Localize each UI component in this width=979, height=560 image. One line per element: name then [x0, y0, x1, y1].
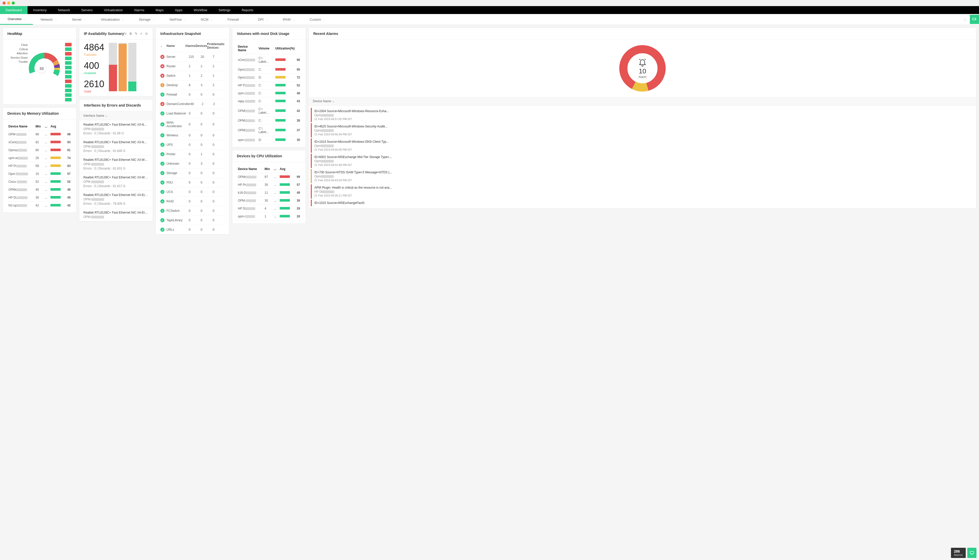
minimize-icon[interactable]: [7, 2, 10, 5]
topnav-servers[interactable]: Servers: [76, 6, 98, 14]
alarm-row[interactable]: ID=1010 Source=MSExchangeFastS: [311, 200, 974, 206]
snapshot-row[interactable]: ✓WAN Accelerator000: [159, 118, 226, 131]
table-row[interactable]: OPMc97...99: [237, 173, 301, 181]
topnav-alarms[interactable]: Alarms: [128, 6, 150, 14]
topnav-inventory[interactable]: Inventory: [28, 6, 52, 14]
snapshot-row[interactable]: ✓FCSwitch000: [159, 206, 226, 216]
table-row[interactable]: OPM-30...39: [237, 197, 301, 205]
column-header[interactable]: Device Name: [7, 123, 34, 130]
topnav-dashboard[interactable]: Dashboard: [0, 6, 28, 14]
table-row[interactable]: vCenC:\ Label...96: [237, 54, 301, 66]
subnav-network[interactable]: Network ⌵: [33, 14, 64, 25]
heatmap-cell[interactable]: [65, 66, 72, 69]
table-row[interactable]: OPMc45...46: [7, 186, 72, 194]
subnav-custom[interactable]: Custom ⌵: [302, 14, 333, 25]
subnav-firewall[interactable]: Firewall ⌵: [220, 14, 250, 25]
snapshot-row[interactable]: ✓PDU000: [159, 178, 226, 187]
topnav-maps[interactable]: Maps: [150, 6, 169, 14]
snapshot-row[interactable]: ✓UPS000: [159, 140, 226, 150]
snapshot-row[interactable]: ✓URLs000: [159, 225, 226, 235]
column-header[interactable]: Interface Name ▲: [79, 112, 153, 120]
snapshot-row[interactable]: ✓Storage000: [159, 168, 226, 178]
heatmap-cell[interactable]: [65, 61, 72, 65]
bar[interactable]: [128, 43, 137, 91]
subnav-netflow[interactable]: NetFlow ⌵: [162, 14, 193, 25]
snapshot-row[interactable]: ✓Unknown030: [159, 159, 226, 168]
bar[interactable]: [109, 43, 117, 91]
column-header[interactable]: Avg: [50, 123, 65, 130]
heatmap-cell[interactable]: [65, 57, 72, 60]
alarms-donut[interactable]: 10 Alarm: [617, 43, 668, 94]
maximize-icon[interactable]: [12, 2, 15, 5]
table-row[interactable]: Opm-215...57: [7, 170, 72, 178]
table-row[interactable]: HP Pr35...57: [237, 181, 301, 189]
interface-row[interactable]: Realtek RTL8139C+ Fast Ethernet NIC #3-E…: [79, 191, 153, 208]
topnav-reports[interactable]: Reports: [236, 6, 259, 14]
table-row[interactable]: vCent92...93: [7, 138, 72, 146]
column-header[interactable]: Device Name: [237, 43, 257, 54]
subnav-server[interactable]: Server ⌵: [64, 14, 93, 25]
snapshot-row[interactable]: ✓Printer010: [159, 150, 226, 159]
favorite-icon[interactable]: ☆: [960, 17, 970, 22]
table-row[interactable]: HP PC:52: [237, 82, 301, 90]
heatmap-cell[interactable]: [65, 47, 72, 51]
table-row[interactable]: HP DL35...45: [7, 194, 72, 202]
expand-icon[interactable]: ⤢: [140, 32, 142, 35]
edit-icon[interactable]: ✎: [135, 32, 137, 35]
subnav-ipam[interactable]: IPAM ⌵: [275, 14, 302, 25]
heatmap-cell[interactable]: [65, 80, 72, 83]
heatmap-cell[interactable]: [65, 98, 72, 102]
column-header[interactable]: Avg: [279, 165, 294, 173]
interface-row[interactable]: Realtek RTL8139C+ Fast Ethernet NIC #3-W…: [79, 155, 153, 173]
column-header[interactable]: Min: [34, 123, 43, 130]
ip-availability-chart[interactable]: [109, 43, 148, 91]
column-header[interactable]: Volume: [257, 43, 274, 54]
snapshot-row[interactable]: ✓Load Balancer000: [159, 109, 226, 118]
bar[interactable]: [118, 43, 127, 91]
table-row[interactable]: N2-op42...42: [7, 202, 72, 210]
heatmap-cell[interactable]: [65, 75, 72, 78]
delete-icon[interactable]: 🗑: [145, 32, 148, 35]
table-row[interactable]: HP D4...29: [237, 205, 301, 213]
snapshot-row[interactable]: ✕DomainController4922: [159, 99, 226, 109]
alarm-row[interactable]: ID=1014 Source=Microsoft-Windows-DNS-Cli…: [311, 138, 974, 153]
heatmap-cell[interactable]: [65, 84, 72, 88]
topnav-workflow[interactable]: Workflow: [188, 6, 213, 14]
interface-row[interactable]: Realtek RTL8139C+ Fast Ethernet NIC #3-W…: [79, 173, 153, 191]
interface-row[interactable]: Realtek RTL8139C+ Fast Ethernet NIC #3-N…: [79, 120, 153, 138]
snapshot-row[interactable]: ✓UCS000: [159, 187, 226, 197]
table-row[interactable]: opm-D:35: [237, 136, 301, 144]
subnav-virtualization[interactable]: Virtualization ⌵: [93, 14, 131, 25]
alarm-row[interactable]: APM Plugin: Health is critical as the re…: [311, 184, 974, 198]
table-row[interactable]: k16-D11...49: [237, 189, 301, 197]
topnav-apps[interactable]: Apps: [169, 6, 188, 14]
column-header[interactable]: Device Name ▲: [309, 97, 976, 106]
interface-row[interactable]: Realtek RTL8139C+ Fast Ethernet NIC #3-N…: [79, 138, 153, 155]
snapshot-row[interactable]: ✓Wireless000: [159, 131, 226, 140]
alarm-row[interactable]: ID=6002 Source=MSExchange Mid-Tier Stora…: [311, 154, 974, 168]
alarm-row[interactable]: ID=700 Source=NTDS ISAM Type=3 Message=N…: [311, 169, 974, 183]
subnav-storage[interactable]: Storage ⌵: [131, 14, 162, 25]
table-row[interactable]: OPMC:\ Label...37: [237, 125, 301, 136]
column-header[interactable]: Utilization(%): [274, 43, 296, 54]
table-row[interactable]: opm-1...28: [237, 213, 301, 220]
table-row[interactable]: HP Pr59...63: [7, 162, 72, 170]
table-row[interactable]: Cisco 52...52: [7, 178, 72, 186]
table-row[interactable]: OPMC:38: [237, 117, 301, 125]
heatmap-cell[interactable]: [65, 89, 72, 92]
column-header[interactable]: ...: [273, 165, 279, 173]
table-row[interactable]: opm-C:48: [237, 90, 301, 97]
column-header[interactable]: ...: [43, 123, 50, 130]
topnav-virtualization[interactable]: Virtualization: [98, 6, 128, 14]
table-row[interactable]: OPM-98...98: [7, 130, 72, 138]
interface-row[interactable]: Realtek RTL8139C+ Fast Ethernet NIC #4-E…: [79, 208, 153, 222]
add-widget-button[interactable]: [970, 15, 979, 24]
table-row[interactable]: opm-w26...74: [7, 154, 72, 162]
table-row[interactable]: vijay-C:43: [237, 97, 301, 105]
snapshot-row[interactable]: ✕Router222: [159, 62, 226, 71]
alarm-row[interactable]: ID=2004 Source=Microsoft-Windows-Resourc…: [311, 108, 974, 122]
table-row[interactable]: OPMC:\ Label...42: [237, 105, 301, 117]
topnav-network[interactable]: Network: [52, 6, 76, 14]
subnav-ncm[interactable]: NCM ⌵: [193, 14, 220, 25]
snapshot-row[interactable]: ✕Switch121: [159, 71, 226, 80]
